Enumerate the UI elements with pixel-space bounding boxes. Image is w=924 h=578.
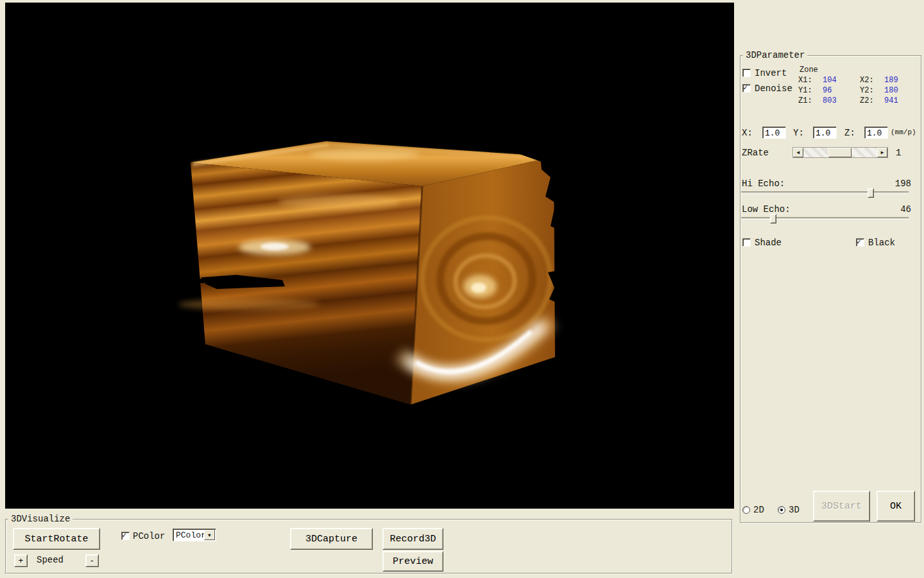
scale-unit-label: (mm/p)	[891, 128, 916, 137]
ultrasound-volume-render	[5, 3, 734, 509]
zrate-scroll-left-icon[interactable]: ◄	[793, 148, 803, 157]
shade-label: Shade	[755, 238, 782, 248]
mode-2d-radio[interactable]	[742, 506, 750, 514]
speed-plus-button[interactable]: +	[14, 554, 28, 567]
capture3d-button[interactable]: 3DCapture	[290, 528, 373, 550]
start-rotate-button[interactable]: StartRotate	[13, 528, 100, 550]
mode-2d-label: 2D	[753, 505, 764, 515]
speed-minus-button[interactable]: -	[85, 554, 99, 567]
zone-y2-label: Y2:	[860, 86, 874, 95]
scale-x-input[interactable]	[762, 127, 786, 139]
zone-z1-value: 803	[823, 96, 837, 105]
mode-3d-radio[interactable]	[778, 506, 785, 514]
zrate-scroll-thumb[interactable]	[828, 148, 851, 157]
scale-z-label: Z:	[844, 128, 855, 138]
pcolor-checkbox[interactable]: ✓	[121, 532, 130, 540]
zone-y1-value: 96	[823, 86, 832, 95]
scale-y-label: Y:	[793, 128, 804, 138]
scale-y-input[interactable]	[813, 127, 837, 139]
speed-label: Speed	[37, 555, 64, 565]
zone-x2-label: X2:	[860, 76, 874, 85]
parameter-group-title: 3DParameter	[743, 50, 807, 60]
zone-title: Zone	[800, 66, 818, 74]
zone-y1-label: Y1:	[798, 86, 812, 95]
parameter-groupbox: 3DParameter	[740, 55, 921, 523]
pcolor-select[interactable]: PColor ▼	[173, 529, 216, 541]
dropdown-arrow-icon[interactable]: ▼	[204, 530, 215, 540]
denoise-checkbox[interactable]: ✓	[742, 84, 751, 92]
hi-echo-label: Hi Echo:	[742, 179, 785, 189]
pcolor-select-value: PColor	[176, 530, 206, 540]
zrate-scrollbar[interactable]: ◄ ►	[792, 147, 888, 158]
low-echo-label: Low Echo:	[742, 204, 791, 215]
low-echo-slider-thumb[interactable]	[770, 214, 776, 223]
zone-y2-value: 180	[884, 86, 898, 95]
check-icon: ✓	[122, 530, 126, 540]
scale-x-label: X:	[742, 128, 753, 138]
zone-x2-value: 189	[884, 76, 898, 85]
start3d-button[interactable]: 3DStart	[813, 491, 870, 521]
black-checkbox[interactable]: ✓	[856, 238, 864, 247]
shade-checkbox[interactable]	[742, 238, 751, 247]
low-echo-slider-track[interactable]	[741, 217, 909, 220]
zone-x1-value: 104	[823, 76, 837, 85]
zone-x1-label: X1:	[798, 76, 812, 85]
mode-3d-label: 3D	[789, 505, 800, 515]
radio-dot-icon	[780, 509, 783, 511]
denoise-label: Denoise	[755, 83, 792, 94]
pcolor-label: PColor	[133, 531, 165, 541]
zone-z2-label: Z2:	[860, 96, 874, 105]
zone-z2-value: 941	[884, 96, 898, 105]
hi-echo-slider-track[interactable]	[741, 191, 909, 194]
render-viewport[interactable]	[5, 3, 734, 509]
low-echo-value: 46	[886, 204, 911, 215]
visualize-group-title: 3DVisualize	[8, 514, 73, 524]
preview-button[interactable]: Preview	[382, 551, 443, 572]
record3d-button[interactable]: Record3D	[382, 528, 443, 550]
ok-button[interactable]: OK	[877, 491, 915, 521]
check-icon: ✓	[743, 83, 748, 92]
hi-echo-slider-thumb[interactable]	[868, 188, 874, 198]
hi-echo-value: 198	[886, 179, 911, 189]
check-icon: ✓	[857, 237, 861, 247]
scale-z-input[interactable]	[864, 127, 888, 139]
zrate-label: ZRate	[742, 148, 769, 158]
zrate-value: 1	[896, 148, 901, 158]
invert-label: Invert	[755, 68, 787, 78]
black-label: Black	[868, 238, 895, 248]
zrate-scroll-right-icon[interactable]: ►	[877, 148, 887, 157]
invert-checkbox[interactable]	[742, 69, 751, 77]
zone-z1-label: Z1:	[798, 96, 812, 105]
